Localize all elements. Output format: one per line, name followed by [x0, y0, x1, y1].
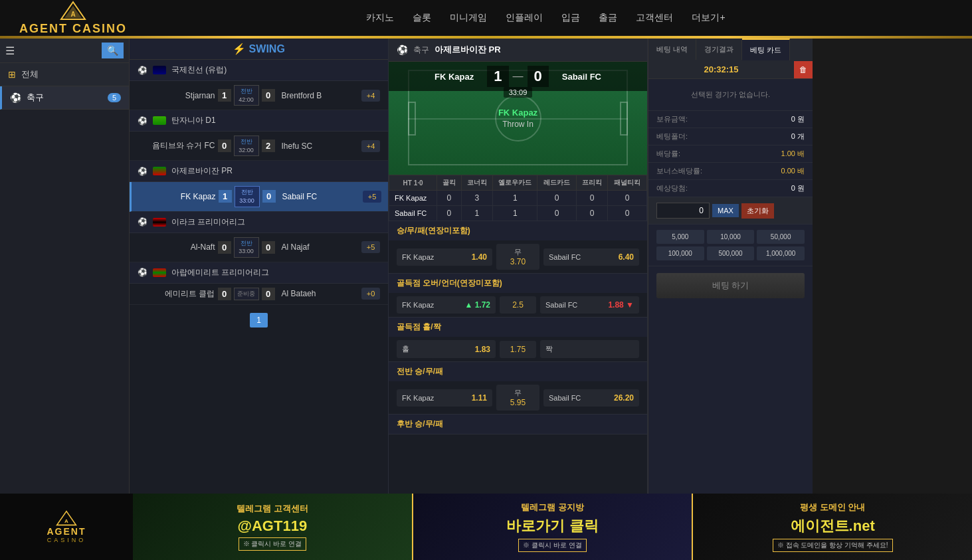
bet-home-odds-3: 1.11: [472, 393, 487, 403]
banner-1-sub: ※ 클릭시 바로 연결: [239, 537, 306, 551]
match-detail-title: 아제르바이잔 PR: [435, 44, 501, 56]
sidebar-item-soccer[interactable]: ⚽ 축구 5: [0, 86, 129, 110]
match-row-1[interactable]: 욤티브와 슈거 FC 0 전반 32:00 2 Ihefu SC +4: [130, 132, 388, 161]
stats-away-1: 1: [461, 206, 492, 221]
nav-casino[interactable]: 카지노: [366, 12, 394, 24]
quick-btn-5[interactable]: 1,000,000: [757, 246, 805, 260]
banner-2-sub: ※ 클릭시 바로 연결: [518, 539, 586, 552]
quick-btn-1[interactable]: 10,000: [707, 230, 755, 244]
grid-icon: ⊞: [8, 69, 16, 80]
banner-3-sub: ※ 접속 도메인을 항상 기억해 주세요!: [773, 539, 893, 552]
bet-away-odds-1: 1.88 ▼: [608, 300, 634, 310]
stats-col-header-penalty: 패널티킥: [608, 175, 647, 191]
bet-amount-input[interactable]: [656, 203, 710, 219]
banner-3[interactable]: 평생 도메인 안내 에이전트.net ※ 접속 도메인을 항상 기억해 주세요!: [693, 494, 972, 560]
bet-draw-0[interactable]: 무 3.70: [496, 244, 539, 270]
sidebar-soccer-badge: 5: [108, 93, 121, 102]
league-flag-4: [153, 268, 166, 277]
bet-reset-button[interactable]: 초기화: [741, 203, 774, 219]
stats-away-4: 0: [576, 206, 607, 221]
odds-btn-4[interactable]: +0: [361, 288, 380, 300]
bet-tab-status[interactable]: 베팅 내역: [648, 39, 696, 60]
soccer-icon-small-4: ⚽: [138, 268, 147, 277]
sidebar-item-all[interactable]: ⊞ 전체: [0, 63, 129, 86]
bet-row-2: 홀 1.83 1.75 짝: [389, 337, 647, 361]
bet-option-away-3[interactable]: Sabail FC 26.20: [543, 389, 639, 407]
logo-text: AGENT CASINO: [19, 22, 127, 36]
league-section-4: ⚽ 아랍에미리트 프리미어리그 에미리트 클럽 0 준비중 0 Al Batae…: [130, 262, 388, 305]
league-flag-3: [153, 218, 166, 227]
score-numbers: 1 — 0: [487, 66, 549, 87]
league-flag-2: [153, 167, 166, 175]
bet-submit-button[interactable]: 베팅 하기: [656, 273, 805, 298]
quick-btn-2[interactable]: 50,000: [757, 230, 805, 244]
match-row-3[interactable]: Al-Naft 0 전반 33:00 0 Al Najaf +5: [130, 233, 388, 262]
bet-card-active-tab[interactable]: 베팅 카드: [742, 39, 790, 60]
time-badge-1: 전반 32:00: [234, 136, 259, 156]
time-badge-3: 전반 33:00: [234, 237, 259, 258]
nav-more[interactable]: 더보기+: [692, 12, 725, 24]
bet-draw-label-0: 무: [503, 247, 533, 257]
nav-deposit[interactable]: 입금: [561, 12, 580, 24]
bet-option-home-3[interactable]: FK Kapaz 1.11: [397, 389, 492, 407]
bet-option-home-1[interactable]: FK Kapaz ▲ 1.72: [397, 296, 496, 314]
bet-option-home-0[interactable]: FK Kapaz 1.40: [397, 248, 492, 266]
bet-row-0: FK Kapaz 1.40 무 3.70 Sabail FC 6.40: [389, 240, 647, 273]
nav-slots[interactable]: 슬롯: [413, 12, 431, 24]
match-row-2-selected[interactable]: FK Kapaz 1 전반 33:00 0 Sabail FC +5: [130, 182, 388, 211]
odds-btn-2[interactable]: +5: [363, 191, 381, 203]
odds-btn-1[interactable]: +4: [361, 140, 380, 152]
bet-draw-3[interactable]: 무 5.95: [496, 385, 539, 411]
stats-home-team: FK Kapaz: [389, 191, 437, 206]
nav-support[interactable]: 고객센터: [636, 12, 673, 24]
quick-btn-4[interactable]: 500,000: [707, 246, 755, 260]
stats-away-team: Sabail FC: [389, 206, 437, 221]
odds-btn-0[interactable]: +4: [361, 90, 380, 102]
nav-minigame[interactable]: 미니게임: [450, 12, 487, 24]
home-team-2: FK Kapaz: [138, 192, 216, 201]
sidebar-search-button[interactable]: 🔍: [102, 43, 124, 58]
banner-2[interactable]: 텔레그램 공지방 바로가기 클릭 ※ 클릭시 바로 연결: [413, 494, 694, 560]
odds-btn-3[interactable]: +5: [361, 241, 380, 253]
soccer-icon-small: ⚽: [138, 66, 147, 75]
bet-option-away-1[interactable]: Sabail FC 1.88 ▼: [540, 296, 639, 314]
bet-draw-1[interactable]: 2.5: [500, 296, 536, 314]
league-name-0: 국제친선 (유럽): [171, 64, 227, 76]
banner-logo-area: A AGENT CASINO: [0, 494, 133, 560]
page-btn-1[interactable]: 1: [250, 313, 268, 327]
bet-away-odds-3: 26.20: [614, 393, 634, 403]
bet-away-team-2: 짝: [545, 344, 553, 354]
stats-home-4: 0: [576, 191, 607, 206]
multiplier-value: 1.00 배: [781, 149, 805, 159]
match-row-4[interactable]: 에미리트 클럽 0 준비중 0 Al Bataeh +0: [130, 284, 388, 305]
home-score-2: 1: [219, 190, 232, 203]
bet-tab-result[interactable]: 경기결과: [696, 39, 742, 60]
wing-logo: ⚡ SWING: [233, 43, 285, 55]
bet-option-home-2[interactable]: 홀 1.83: [397, 340, 496, 358]
league-section-3: ⚽ 이라크 프리미어리그 Al-Naft 0 전반 33:00 0 Al Naj…: [130, 212, 388, 262]
banner-1[interactable]: 텔레그램 고객센터 @AGT119 ※ 클릭시 바로 연결: [133, 494, 413, 560]
bet-card-delete-button[interactable]: 🗑: [794, 61, 813, 78]
match-detail-sport: 축구: [413, 45, 429, 56]
bet-card-time-display: 20:32:15: [648, 60, 794, 78]
stats-away-2: 1: [493, 206, 537, 221]
nav-inplay[interactable]: 인플레이: [506, 12, 543, 24]
league-name-2: 아제르바이잔 PR: [171, 165, 233, 177]
bet-home-odds-0: 1.40: [472, 252, 487, 262]
sidebar: ☰ 🔍 ⊞ 전체 ⚽ 축구 5: [0, 39, 130, 494]
stats-home-5: 0: [608, 191, 647, 206]
quick-btn-3[interactable]: 100,000: [656, 246, 704, 260]
bet-option-away-0[interactable]: Sabail FC 6.40: [543, 248, 639, 266]
bet-draw-2[interactable]: 1.75: [500, 341, 536, 358]
match-row-0[interactable]: Stjarnan 1 전반 42:00 0 Brentford B +4: [130, 81, 388, 110]
match-detail-header: ⚽ 축구 아제르바이잔 PR: [389, 39, 647, 62]
sidebar-menu-toggle[interactable]: ☰: [5, 45, 15, 57]
time-badge-2: 전반 33:00: [235, 186, 260, 207]
bet-max-button[interactable]: MAX: [712, 204, 739, 217]
bet-option-away-2[interactable]: 짝: [540, 340, 639, 358]
nav-withdraw[interactable]: 출금: [599, 12, 617, 24]
soccer-icon: ⚽: [10, 92, 21, 103]
stats-away-0: 0: [437, 206, 461, 221]
quick-btn-0[interactable]: 5,000: [656, 230, 704, 244]
bet-home-odds-1: ▲ 1.72: [464, 300, 490, 310]
